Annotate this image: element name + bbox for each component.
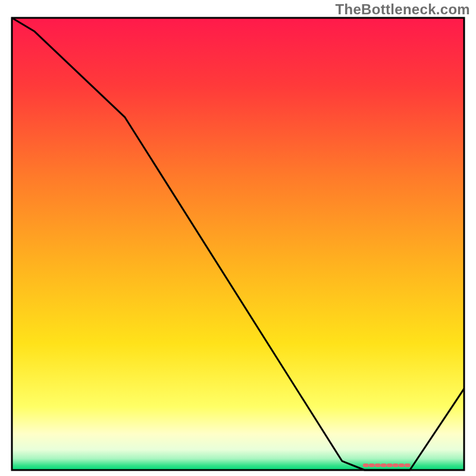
watermark-text: TheBottleneck.com [336,1,470,18]
chart-container: TheBottleneck.com [0,0,476,476]
gradient-background [12,18,464,470]
bottleneck-chart [0,0,476,476]
